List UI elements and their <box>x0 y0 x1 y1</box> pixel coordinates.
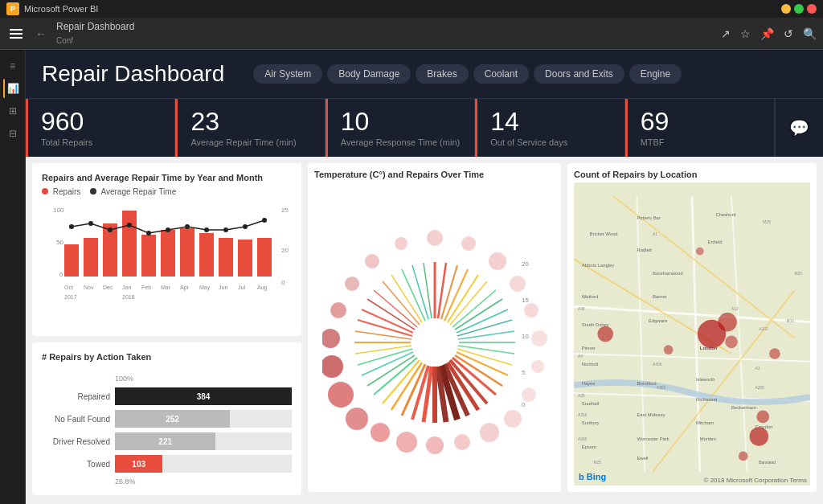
line-dot <box>127 223 132 227</box>
bubble <box>330 302 346 318</box>
circular-chart-svg: 20 15 10 5 0 <box>322 210 547 459</box>
svg-text:Brentford: Brentford <box>637 381 656 386</box>
svg-text:Northolt: Northolt <box>582 362 599 367</box>
bar-mar <box>161 230 175 277</box>
svg-line-62 <box>424 263 432 318</box>
nav-pills: Air System Body Damage Brakes Coolant Do… <box>253 64 682 84</box>
towed-bar: 103 <box>115 455 162 473</box>
svg-text:Beckenham: Beckenham <box>731 405 756 410</box>
bubble <box>522 387 536 402</box>
svg-text:Abbots Langley: Abbots Langley <box>582 263 615 268</box>
svg-text:A1: A1 <box>653 232 657 236</box>
action-label-nofault: No Fault Found <box>42 415 110 424</box>
bar-line-svg: 100 50 0 25 20 0 <box>42 203 292 323</box>
dashboard-title: Repair Dashboard <box>56 21 134 32</box>
maximize-button[interactable] <box>794 4 804 14</box>
legend-repairs: Repairs <box>42 187 80 196</box>
action-row-driver: Driver Resolved 221 <box>42 432 292 450</box>
svg-text:Jan: Jan <box>122 285 131 290</box>
svg-text:Isleworth: Isleworth <box>696 377 715 382</box>
back-button[interactable]: ← <box>32 24 50 43</box>
sidebar-menu-icon[interactable]: ≡ <box>3 56 23 76</box>
svg-text:Worcester Park: Worcester Park <box>637 436 669 441</box>
svg-text:M25: M25 <box>594 461 602 465</box>
svg-text:20: 20 <box>522 260 529 268</box>
svg-text:Feb: Feb <box>141 285 151 290</box>
minimize-button[interactable] <box>781 4 791 14</box>
svg-text:Potters Bar: Potters Bar <box>637 215 660 220</box>
svg-text:Ewell: Ewell <box>637 456 648 461</box>
page-title: Repair Dashboard <box>42 61 224 87</box>
kpi-row: 960 Total Repairs 23 Average Repair Time… <box>26 98 823 157</box>
line-dot <box>243 224 248 229</box>
svg-text:Epsom: Epsom <box>582 445 596 449</box>
sidebar-table-icon[interactable]: ⊟ <box>3 124 23 143</box>
bar-aug <box>257 238 272 277</box>
avg-repair-dot <box>90 188 96 195</box>
map-bubble <box>756 411 769 424</box>
bubble <box>480 423 499 442</box>
expand-icon[interactable]: ↗ <box>721 27 731 40</box>
app-icon: P <box>6 2 19 15</box>
sidebar: ≡ 📊 ⊞ ⊟ <box>0 50 26 504</box>
nav-engine[interactable]: Engine <box>629 64 682 84</box>
svg-text:Radlett: Radlett <box>637 248 652 252</box>
nav-body-damage[interactable]: Body Damage <box>327 64 411 84</box>
bubble <box>531 360 544 373</box>
right-panel: Count of Repairs by Location <box>567 163 817 492</box>
bookmark-icon[interactable]: ☆ <box>740 27 751 40</box>
map-svg: Bricket Wood Potters Bar Cheshunt Abbots… <box>574 182 810 486</box>
line-dot <box>69 224 74 229</box>
map-bubble <box>769 348 780 359</box>
bubble <box>510 276 526 292</box>
svg-text:May: May <box>199 285 211 291</box>
hamburger-menu[interactable] <box>6 26 26 42</box>
action-card: # Repairs by Action Taken 100% Repaired … <box>32 342 301 495</box>
svg-text:Banstead: Banstead <box>759 461 776 465</box>
kpi-chat[interactable]: 💬 <box>775 99 823 157</box>
svg-text:A102: A102 <box>759 327 768 331</box>
nav-doors-exits[interactable]: Doors and Exits <box>534 64 624 84</box>
kpi-label-oos: Out of Service days <box>490 137 611 147</box>
kpi-avg-response: 10 Average Response Time (min) <box>326 99 475 157</box>
refresh-icon[interactable]: ↺ <box>784 27 793 40</box>
svg-text:A316: A316 <box>578 413 588 417</box>
chart-legend: Repairs Average Repair Time <box>42 187 292 196</box>
svg-text:A306: A306 <box>657 386 666 390</box>
left-panel: Repairs and Average Repair Time by Year … <box>32 163 301 492</box>
svg-text:East Molesey: East Molesey <box>637 412 665 417</box>
sidebar-chart-icon[interactable]: 📊 <box>3 79 23 98</box>
bing-watermark: b Bing <box>579 469 606 482</box>
bar-jan <box>122 211 137 277</box>
kpi-value-avg-response: 10 <box>341 109 461 134</box>
sidebar-grid-icon[interactable]: ⊞ <box>3 101 23 121</box>
dash-header: Repair Dashboard Air System Body Damage … <box>26 50 823 98</box>
pin-icon[interactable]: 📌 <box>760 27 774 40</box>
line-dot <box>223 227 228 232</box>
svg-text:25: 25 <box>281 207 289 214</box>
kpi-avg-repair: 23 Average Repair Time (min) <box>175 99 325 157</box>
kpi-mtbf: 69 MTBF <box>625 99 775 157</box>
bubble <box>371 423 390 442</box>
kpi-value-repairs: 960 <box>41 109 162 134</box>
svg-text:Borehamwood: Borehamwood <box>653 271 683 276</box>
svg-text:M25: M25 <box>794 272 802 276</box>
main-content: Repair Dashboard Air System Body Damage … <box>26 50 823 504</box>
bubble <box>322 355 343 378</box>
svg-line-31 <box>458 346 514 354</box>
svg-text:Watford: Watford <box>582 294 598 299</box>
bubble <box>454 434 470 450</box>
conf-label: Conf <box>56 36 73 45</box>
window-controls[interactable] <box>781 4 817 14</box>
repaired-track: 384 <box>115 387 292 405</box>
svg-line-53 <box>355 331 412 339</box>
kpi-label-mtbf: MTBF <box>641 137 761 147</box>
nav-coolant[interactable]: Coolant <box>473 64 529 84</box>
close-button[interactable] <box>807 4 817 14</box>
action-row-repaired: Repaired 384 <box>42 387 292 405</box>
bubble <box>489 252 506 270</box>
nav-brakes[interactable]: Brakes <box>416 64 468 84</box>
search-icon[interactable]: 🔍 <box>803 27 817 40</box>
nav-air-system[interactable]: Air System <box>253 64 322 84</box>
svg-text:Enfield: Enfield <box>708 240 723 244</box>
